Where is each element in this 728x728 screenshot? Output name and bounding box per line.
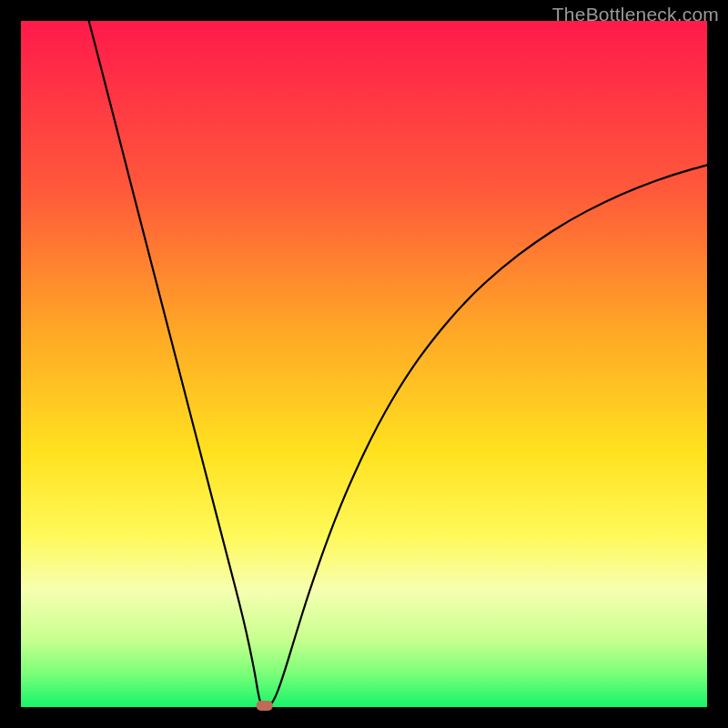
bottleneck-curve [89,21,707,707]
chart-stage: TheBottleneck.com [0,0,728,728]
watermark-text: TheBottleneck.com [552,4,719,25]
chart-svg [21,21,707,707]
minimum-marker [257,701,273,711]
plot-area [21,21,707,707]
